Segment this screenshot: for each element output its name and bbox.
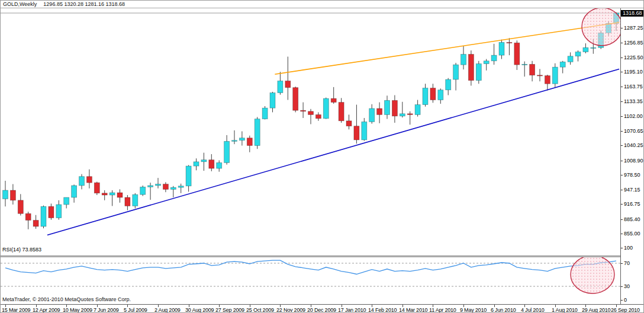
time-axis-label: 29 Aug 2010 [582, 307, 610, 313]
axis-tick [621, 248, 623, 248]
axis-tick [621, 58, 623, 58]
time-axis[interactable]: 15 Mar 200912 Apr 200910 May 20097 Jun 2… [1, 304, 644, 313]
price-axis-label: 947.15 [624, 187, 640, 193]
price-axis-label: 1040.25 [624, 142, 643, 148]
price-axis-label: 1287.25 [624, 25, 643, 31]
symbol-timeframe-label: GOLD,Weekly [3, 1, 37, 8]
time-axis-label: 5 Jul 2009 [124, 307, 147, 313]
price-axis-label: 1163.75 [624, 84, 643, 90]
time-axis-label: 26 Sep 2010 [611, 307, 640, 313]
time-axis-label: 9 May 2010 [460, 307, 487, 313]
time-axis-label: 1 Aug 2010 [552, 307, 578, 313]
support-trendline-blue[interactable] [47, 69, 619, 235]
axis-tick [621, 101, 623, 102]
current-price-label: 1318.68 [621, 10, 644, 17]
time-axis-label: 17 Jan 2010 [338, 307, 366, 313]
rsi-axis-label: 70 [624, 260, 630, 266]
time-axis-label: 12 Apr 2009 [33, 307, 60, 313]
axis-tick [621, 145, 623, 146]
rsi-axis-label: 0 [624, 297, 627, 303]
axis-tick [621, 286, 623, 287]
chart-info-bar: GOLD,Weekly 1296.85 1320.28 1281.16 1318… [1, 1, 644, 8]
time-axis-label: 6 Jun 2010 [491, 307, 516, 313]
time-axis-label: 11 Apr 2010 [429, 307, 456, 313]
price-axis-label: 885.40 [624, 216, 640, 222]
axis-tick [621, 190, 623, 190]
candlestick-series[interactable] [3, 12, 619, 229]
axis-tick [621, 28, 623, 28]
time-axis-label: 15 Mar 2009 [2, 307, 30, 313]
price-axis-label: 855.00 [624, 231, 640, 237]
price-axis-label: 1133.35 [624, 98, 643, 104]
copyright-text: MetaTrader, © 2001-2010 MetaQuotes Softw… [2, 296, 131, 303]
time-axis-label: 14 Feb 2010 [368, 307, 397, 313]
axis-tick [621, 219, 623, 220]
axis-tick [621, 43, 623, 43]
time-axis-label: 25 Oct 2009 [246, 307, 274, 313]
time-axis-label: 10 May 2009 [63, 307, 92, 313]
resistance-trendline-orange[interactable] [275, 23, 619, 74]
price-axis-label: 1008.90 [624, 158, 643, 164]
price-axis-label: 1256.85 [624, 40, 643, 46]
axis-tick [621, 161, 623, 161]
price-axis-label: 916.75 [624, 201, 640, 207]
axis-tick [621, 204, 623, 205]
axis-tick [621, 234, 623, 234]
highlight-ellipse-rsi[interactable] [571, 257, 614, 293]
price-axis[interactable]: 1318.68 1287.251256.851225.501195.101163… [620, 8, 644, 304]
time-axis-label: 7 Jun 2009 [94, 307, 119, 313]
time-axis-label: 20 Dec 2009 [307, 307, 336, 313]
ohlc-values: 1296.85 1320.28 1281.16 1318.68 [43, 1, 125, 8]
price-axis-label: 1070.65 [624, 128, 643, 134]
price-axis-label: 1102.00 [624, 113, 643, 119]
time-axis-label: 27 Sep 2009 [215, 307, 244, 313]
price-axis-label: 978.50 [624, 172, 640, 178]
time-axis-label: 14 Mar 2010 [399, 307, 427, 313]
rsi-line[interactable] [5, 260, 616, 274]
axis-tick [621, 72, 623, 72]
price-axis-label: 1195.10 [624, 69, 643, 75]
axis-tick [621, 300, 623, 301]
mt4-chart-window: GOLD,Weekly 1296.85 1320.28 1281.16 1318… [0, 0, 644, 313]
axis-tick [621, 116, 623, 117]
axis-tick [621, 87, 623, 87]
time-axis-label: 30 Aug 2009 [185, 307, 214, 313]
axis-tick [621, 131, 623, 132]
axis-tick [621, 175, 623, 175]
rsi-indicator-label: RSI(14) 73.8583 [2, 247, 41, 253]
price-axis-label: 1225.50 [624, 55, 643, 60]
time-axis-label: 22 Nov 2009 [276, 307, 305, 313]
axis-tick [621, 263, 623, 264]
highlight-ellipse-main[interactable] [582, 8, 620, 46]
rsi-axis-label: 100 [624, 245, 633, 251]
main-chart-canvas[interactable] [1, 8, 620, 255]
rsi-axis-label: 30 [624, 283, 630, 289]
time-axis-label: 2 Aug 2009 [154, 307, 181, 313]
time-axis-label: 4 Jul 2010 [521, 307, 545, 313]
